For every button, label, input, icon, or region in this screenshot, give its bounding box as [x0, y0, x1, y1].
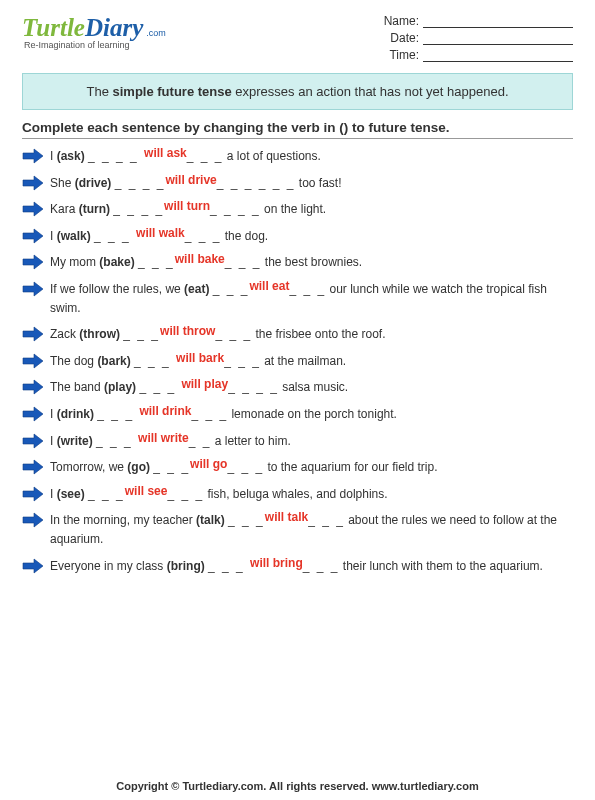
answer: will see [125, 482, 168, 501]
blank: _ _ _ [187, 149, 224, 163]
question-item: Tomorrow, we (go) _ _ _will go_ _ _ to t… [22, 458, 573, 477]
answer: will go [190, 455, 227, 474]
answer: will eat [249, 277, 289, 296]
verb: (turn) [79, 202, 110, 216]
question-item: I (see) _ _ _will see_ _ _ fish, beluga … [22, 485, 573, 504]
footer: Copyright © Turtlediary.com. All rights … [0, 780, 595, 792]
instruction: Complete each sentence by changing the v… [22, 120, 573, 135]
info-fields: Name: Date: Time: [379, 14, 573, 65]
blank: _ _ _ _ [113, 202, 164, 216]
answer: will walk [136, 224, 185, 243]
question-item: Kara (turn) _ _ _ _will turn_ _ _ _ on t… [22, 200, 573, 219]
verb: (eat) [184, 282, 209, 296]
logo: Turtle Diary .com Re-Imagination of lear… [22, 14, 166, 50]
question-item: I (walk) _ _ _ will walk_ _ _ the dog. [22, 227, 573, 246]
question-text: In the morning, my teacher (talk) _ _ _w… [50, 511, 573, 548]
blank: _ _ _ _ [228, 380, 279, 394]
blank: _ _ _ _ [115, 176, 166, 190]
verb: (bring) [167, 559, 205, 573]
name-field: Name: [379, 14, 573, 28]
blank: _ _ _ [153, 460, 190, 474]
verb: (go) [127, 460, 150, 474]
blank: _ _ _ [138, 255, 175, 269]
answer: will bark [176, 349, 224, 368]
blank: _ _ _ [303, 559, 340, 573]
verb: (bark) [97, 354, 130, 368]
blank: _ _ _ [308, 513, 345, 527]
blank: _ _ _ [228, 513, 265, 527]
blank: _ _ _ [185, 229, 222, 243]
question-item: The band (play) _ _ _ will play_ _ _ _ s… [22, 378, 573, 397]
logo-dotcom: .com [146, 28, 166, 38]
question-item: If we follow the rules, we (eat) _ _ _wi… [22, 280, 573, 317]
blank: _ _ _ [139, 380, 181, 394]
question-item: Zack (throw) _ _ _will throw_ _ _ the fr… [22, 325, 573, 344]
blank: _ _ _ [224, 354, 261, 368]
answer: will drink [139, 402, 191, 421]
arrow-icon [22, 254, 50, 270]
question-list: I (ask) _ _ _ _ will ask_ _ _ a lot of q… [22, 147, 573, 575]
question-item: My mom (bake) _ _ _will bake_ _ _ the be… [22, 253, 573, 272]
verb: (walk) [57, 229, 91, 243]
arrow-icon [22, 201, 50, 217]
blank: _ _ _ [213, 282, 250, 296]
arrow-icon [22, 148, 50, 164]
question-item: The dog (bark) _ _ _ will bark_ _ _ at t… [22, 352, 573, 371]
question-text: I (write) _ _ _ will write_ _ a letter t… [50, 432, 573, 451]
blank: _ _ _ _ [210, 202, 261, 216]
question-text: Everyone in my class (bring) _ _ _ will … [50, 557, 573, 576]
question-item: In the morning, my teacher (talk) _ _ _w… [22, 511, 573, 548]
blank: _ _ _ [289, 282, 326, 296]
arrow-icon [22, 459, 50, 475]
verb: (throw) [79, 327, 120, 341]
blank: _ _ _ [88, 487, 125, 501]
question-item: I (drink) _ _ _ will drink_ _ _ lemonade… [22, 405, 573, 424]
question-text: I (walk) _ _ _ will walk_ _ _ the dog. [50, 227, 573, 246]
arrow-icon [22, 486, 50, 502]
answer: will throw [160, 322, 215, 341]
answer: will play [181, 375, 228, 394]
blank: _ _ _ [94, 229, 136, 243]
arrow-icon [22, 379, 50, 395]
question-text: Zack (throw) _ _ _will throw_ _ _ the fr… [50, 325, 573, 344]
worksheet-page: Turtle Diary .com Re-Imagination of lear… [0, 0, 595, 800]
time-field: Time: [379, 48, 573, 62]
tip-bold: simple future tense [113, 84, 232, 99]
verb: (play) [104, 380, 136, 394]
tagline: Re-Imagination of learning [24, 40, 166, 50]
divider [22, 138, 573, 139]
arrow-icon [22, 512, 50, 528]
header: Turtle Diary .com Re-Imagination of lear… [22, 14, 573, 65]
logo-turtle: Turtle [22, 14, 85, 42]
arrow-icon [22, 326, 50, 342]
answer: will ask [144, 144, 187, 163]
blank: _ _ _ [215, 327, 252, 341]
tip-box: The simple future tense expresses an act… [22, 73, 573, 110]
blank: _ _ _ [227, 460, 264, 474]
verb: (see) [57, 487, 85, 501]
verb: (write) [57, 434, 93, 448]
arrow-icon [22, 175, 50, 191]
blank: _ _ _ [134, 354, 176, 368]
blank: _ _ _ [97, 407, 139, 421]
blank: _ _ _ [123, 327, 160, 341]
arrow-icon [22, 433, 50, 449]
name-line [423, 27, 573, 28]
arrow-icon [22, 406, 50, 422]
verb: (drink) [57, 407, 94, 421]
blank: _ _ _ [191, 407, 228, 421]
time-line [423, 61, 573, 62]
question-text: I (ask) _ _ _ _ will ask_ _ _ a lot of q… [50, 147, 573, 166]
question-text: She (drive) _ _ _ _will drive_ _ _ _ _ _… [50, 174, 573, 193]
date-field: Date: [379, 31, 573, 45]
arrow-icon [22, 281, 50, 297]
verb: (ask) [57, 149, 85, 163]
answer: will write [138, 429, 189, 448]
verb: (drive) [75, 176, 112, 190]
verb: (bake) [99, 255, 134, 269]
arrow-icon [22, 558, 50, 574]
date-line [423, 44, 573, 45]
answer: will bring [250, 554, 303, 573]
question-text: My mom (bake) _ _ _will bake_ _ _ the be… [50, 253, 573, 272]
arrow-icon [22, 228, 50, 244]
